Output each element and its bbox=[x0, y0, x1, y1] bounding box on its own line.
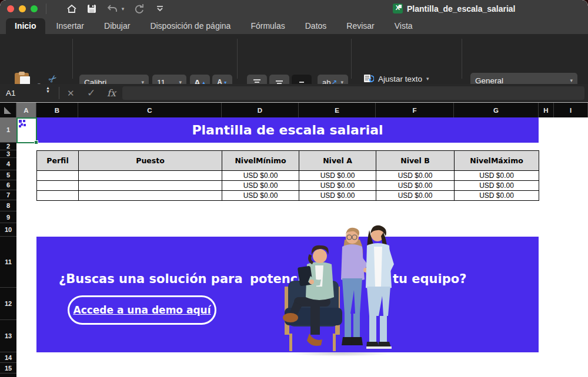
row-header-11[interactable]: 11 bbox=[0, 237, 16, 288]
column-header-i[interactable]: I bbox=[554, 103, 588, 117]
table-row: USD $0.00USD $0.00USD $0.00USD $0.00 bbox=[37, 181, 539, 191]
ribbon-divider bbox=[351, 39, 352, 79]
demo-cta-label: Accede a una demo aquí bbox=[73, 304, 211, 316]
table-cell[interactable]: USD $0.00 bbox=[455, 171, 539, 181]
table-cell[interactable]: USD $0.00 bbox=[222, 171, 299, 181]
undo-icon[interactable] bbox=[106, 2, 119, 15]
row-header-4[interactable]: 4 bbox=[0, 158, 16, 170]
tab-dibujar[interactable]: Dibujar bbox=[95, 18, 139, 34]
demo-cta-button[interactable]: Accede a una demo aquí bbox=[68, 295, 216, 325]
title-banner-text: Plantilla de escala salarial bbox=[192, 123, 383, 137]
redo-icon[interactable] bbox=[133, 2, 146, 15]
table-cell[interactable] bbox=[79, 181, 222, 191]
tab-vista[interactable]: Vista bbox=[386, 18, 422, 34]
salary-table: PerfilPuestoNivelMínimoNivel ANivel BNiv… bbox=[36, 150, 539, 201]
ribbon: ▾ Pegar ✂ ▾ Calibri▾ 11▾ A▲ bbox=[0, 34, 588, 84]
table-cell[interactable] bbox=[37, 171, 79, 181]
document-title-area: X Plantilla_de_escala_salarial bbox=[393, 4, 515, 14]
column-header-h[interactable]: H bbox=[539, 103, 554, 117]
insert-function-icon[interactable]: fx bbox=[107, 84, 120, 102]
pixel-logo-icon bbox=[19, 120, 28, 129]
ribbon-divider bbox=[72, 39, 73, 79]
table-header-cell[interactable]: NivelMínimo bbox=[222, 151, 299, 171]
column-header-f[interactable]: F bbox=[376, 103, 454, 117]
home-icon[interactable] bbox=[65, 2, 79, 15]
row-header-10[interactable]: 10 bbox=[0, 223, 16, 237]
table-cell[interactable]: USD $0.00 bbox=[455, 181, 539, 191]
row-header-9[interactable]: 9 bbox=[0, 211, 16, 223]
table-cell[interactable]: USD $0.00 bbox=[299, 171, 376, 181]
formula-bar: A1 ▲▼ ✕ ✓ fx bbox=[0, 84, 588, 103]
titlebar-divider bbox=[46, 4, 46, 14]
selected-cell-a1[interactable] bbox=[16, 117, 37, 143]
table-cell[interactable]: USD $0.00 bbox=[222, 181, 299, 191]
table-cell[interactable]: USD $0.00 bbox=[376, 171, 455, 181]
customize-toolbar-icon[interactable] bbox=[154, 2, 166, 15]
formula-bar-divider bbox=[59, 87, 59, 99]
formula-input[interactable] bbox=[122, 86, 584, 100]
table-header-cell[interactable]: Puesto bbox=[79, 151, 222, 171]
table-cell[interactable]: USD $0.00 bbox=[455, 191, 539, 201]
table-cell[interactable]: USD $0.00 bbox=[376, 181, 455, 191]
name-box-stepper[interactable]: ▲▼ bbox=[46, 86, 50, 93]
excel-doc-icon: X bbox=[393, 4, 403, 14]
row-header-14[interactable]: 14 bbox=[0, 352, 16, 363]
excel-window: ▾ X Plantilla_de_escala_salarial InicioI… bbox=[0, 0, 588, 377]
titlebar: ▾ X Plantilla_de_escala_salarial bbox=[0, 0, 588, 18]
wrap-text-button[interactable]: Ajustar texto▾ bbox=[363, 74, 429, 83]
select-all-corner[interactable] bbox=[0, 103, 16, 117]
minimize-window-button[interactable] bbox=[19, 5, 26, 12]
table-header-row: PerfilPuestoNivelMínimoNivel ANivel BNiv… bbox=[37, 151, 539, 171]
column-header-e[interactable]: E bbox=[299, 103, 376, 117]
column-header-c[interactable]: C bbox=[78, 103, 222, 117]
row-header-8[interactable]: 8 bbox=[0, 200, 16, 211]
table-header-cell[interactable]: Nivel B bbox=[376, 151, 455, 171]
zoom-window-button[interactable] bbox=[31, 5, 38, 12]
ribbon-tabbar: InicioInsertarDibujarDisposición de pági… bbox=[0, 18, 588, 34]
row-header-5[interactable]: 5 bbox=[0, 170, 16, 180]
table-row: USD $0.00USD $0.00USD $0.00USD $0.00 bbox=[37, 171, 539, 181]
undo-dropdown-caret[interactable]: ▾ bbox=[120, 2, 126, 15]
table-cell[interactable] bbox=[37, 191, 79, 201]
wrap-text-icon bbox=[363, 74, 374, 83]
tab-revisar[interactable]: Revisar bbox=[338, 18, 383, 34]
column-headers: ABCDEFGHI bbox=[0, 103, 588, 117]
ribbon-divider bbox=[237, 39, 238, 79]
row-header-7[interactable]: 7 bbox=[0, 190, 16, 200]
table-cell[interactable] bbox=[37, 181, 79, 191]
confirm-entry-icon[interactable]: ✓ bbox=[87, 84, 99, 102]
row-header-15[interactable]: 15 bbox=[0, 363, 16, 373]
row-header-12[interactable]: 12 bbox=[0, 288, 16, 320]
column-header-d[interactable]: D bbox=[222, 103, 299, 117]
row-header-6[interactable]: 6 bbox=[0, 180, 16, 190]
save-icon[interactable] bbox=[85, 2, 99, 15]
column-header-a[interactable]: A bbox=[16, 103, 36, 117]
promo-text-left: ¿Buscas una solución para bbox=[59, 272, 243, 286]
table-cell[interactable] bbox=[79, 191, 222, 201]
table-cell[interactable]: USD $0.00 bbox=[299, 181, 376, 191]
promo-text-right: tu equipo? bbox=[393, 272, 466, 286]
tab-datos[interactable]: Datos bbox=[296, 18, 336, 34]
document-title: Plantilla_de_escala_salarial bbox=[407, 4, 515, 14]
fill-handle[interactable] bbox=[34, 140, 38, 144]
row-header-3[interactable]: 3 bbox=[0, 150, 16, 158]
column-header-b[interactable]: B bbox=[36, 103, 78, 117]
table-cell[interactable] bbox=[79, 171, 222, 181]
tab-inicio[interactable]: Inicio bbox=[6, 18, 45, 34]
column-header-g[interactable]: G bbox=[454, 103, 539, 117]
table-header-cell[interactable]: Perfil bbox=[37, 151, 79, 171]
row-header-13[interactable]: 13 bbox=[0, 320, 16, 352]
row-header-2[interactable]: 2 bbox=[0, 143, 16, 150]
tab-insertar[interactable]: Insertar bbox=[48, 18, 93, 34]
select-all-triangle-icon bbox=[4, 107, 11, 114]
table-header-cell[interactable]: NivelMáximo bbox=[455, 151, 539, 171]
title-banner-cell[interactable]: Plantilla de escala salarial bbox=[36, 117, 539, 143]
close-window-button[interactable] bbox=[7, 5, 14, 12]
row-headers: 123456789101112131415 bbox=[0, 117, 16, 377]
tab-fórmulas[interactable]: Fórmulas bbox=[242, 18, 293, 34]
cancel-entry-icon[interactable]: ✕ bbox=[67, 84, 79, 102]
row-header-1[interactable]: 1 bbox=[0, 117, 16, 143]
tab-disposición-de-página[interactable]: Disposición de página bbox=[141, 18, 239, 34]
people-photo bbox=[276, 198, 409, 354]
table-header-cell[interactable]: Nivel A bbox=[299, 151, 376, 171]
